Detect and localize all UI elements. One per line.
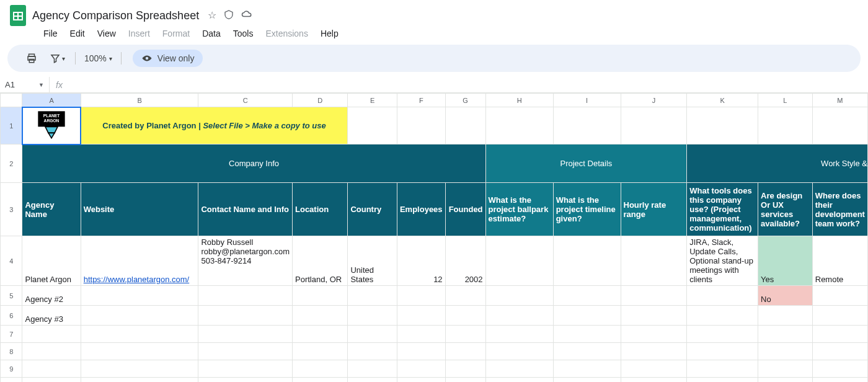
cell[interactable] bbox=[758, 378, 813, 383]
zoom-selector[interactable]: 100%▾ bbox=[82, 53, 115, 63]
cell[interactable] bbox=[553, 326, 621, 343]
cell[interactable] bbox=[758, 360, 813, 378]
cell[interactable]: Project Details bbox=[485, 144, 687, 183]
cell[interactable] bbox=[293, 306, 348, 326]
cell[interactable] bbox=[348, 286, 397, 306]
cell[interactable] bbox=[758, 343, 813, 360]
cell[interactable] bbox=[397, 306, 445, 326]
cell[interactable] bbox=[81, 326, 198, 343]
cell[interactable]: https://www.planetargon.com/ bbox=[81, 236, 198, 286]
cell[interactable] bbox=[348, 378, 397, 383]
cell[interactable] bbox=[445, 360, 485, 378]
cell[interactable] bbox=[553, 306, 621, 326]
menu-help[interactable]: Help bbox=[316, 27, 343, 40]
menu-data[interactable]: Data bbox=[197, 27, 226, 40]
cell[interactable] bbox=[687, 107, 758, 144]
cell[interactable] bbox=[687, 343, 758, 360]
cell[interactable]: Remote bbox=[812, 236, 867, 286]
spreadsheet-grid[interactable]: A B C D E F G H I J K L M 1 PLANET ARGON… bbox=[0, 93, 868, 382]
cell[interactable] bbox=[553, 360, 621, 378]
cell[interactable]: Website bbox=[81, 183, 198, 236]
cell[interactable] bbox=[198, 326, 293, 343]
cell[interactable]: Robby Russell robby@planetargon.com 503-… bbox=[198, 236, 293, 286]
cell[interactable] bbox=[485, 107, 553, 144]
cell[interactable]: Where does their development team work? bbox=[812, 183, 867, 236]
move-icon[interactable] bbox=[224, 9, 234, 22]
cell[interactable] bbox=[553, 286, 621, 306]
cell[interactable]: Yes bbox=[758, 236, 813, 286]
cell[interactable] bbox=[485, 286, 553, 306]
cell[interactable] bbox=[445, 326, 485, 343]
cell[interactable] bbox=[687, 286, 758, 306]
cell[interactable] bbox=[812, 378, 867, 383]
cell[interactable] bbox=[621, 343, 687, 360]
cell[interactable] bbox=[812, 343, 867, 360]
cell[interactable]: Company Info bbox=[22, 144, 485, 183]
menu-insert[interactable]: Insert bbox=[123, 27, 155, 40]
cell[interactable] bbox=[293, 286, 348, 306]
name-box[interactable]: A1▼ bbox=[0, 77, 50, 92]
cell[interactable] bbox=[397, 343, 445, 360]
cell[interactable] bbox=[397, 378, 445, 383]
cell[interactable] bbox=[621, 236, 687, 286]
col-header[interactable]: M bbox=[812, 94, 867, 107]
cell[interactable]: PLANET ARGON bbox=[22, 107, 81, 144]
cell[interactable]: Contact Name and Info bbox=[198, 183, 293, 236]
cell[interactable] bbox=[22, 360, 81, 378]
cell[interactable] bbox=[198, 343, 293, 360]
cell[interactable] bbox=[22, 326, 81, 343]
print-icon[interactable] bbox=[22, 50, 41, 66]
row-header[interactable]: 3 bbox=[1, 183, 22, 236]
cell[interactable] bbox=[485, 343, 553, 360]
cell[interactable] bbox=[348, 306, 397, 326]
cell[interactable] bbox=[348, 343, 397, 360]
cell[interactable] bbox=[485, 306, 553, 326]
row-header[interactable]: 1 bbox=[1, 107, 22, 144]
cell[interactable] bbox=[397, 107, 445, 144]
col-header[interactable]: A bbox=[22, 94, 81, 107]
cell[interactable] bbox=[198, 378, 293, 383]
menu-extensions[interactable]: Extensions bbox=[260, 27, 312, 40]
cell[interactable]: No bbox=[758, 286, 813, 306]
cell[interactable] bbox=[758, 326, 813, 343]
col-header[interactable]: J bbox=[621, 94, 687, 107]
doc-title[interactable]: Agency Comparison Spreadsheet bbox=[32, 9, 199, 22]
cell[interactable]: What tools does this company use? (Proje… bbox=[687, 183, 758, 236]
cell[interactable]: Agency #2 bbox=[22, 286, 81, 306]
cell[interactable]: What is the project ballpark estimate? bbox=[485, 183, 553, 236]
cell[interactable] bbox=[81, 360, 198, 378]
row-header[interactable]: 8 bbox=[1, 343, 22, 360]
cell[interactable] bbox=[553, 378, 621, 383]
cell[interactable]: Location bbox=[293, 183, 348, 236]
view-only-chip[interactable]: View only bbox=[133, 50, 203, 67]
cell[interactable]: Hourly rate range bbox=[621, 183, 687, 236]
cell[interactable] bbox=[758, 107, 813, 144]
menu-edit[interactable]: Edit bbox=[65, 27, 90, 40]
cell[interactable] bbox=[81, 343, 198, 360]
menu-file[interactable]: File bbox=[38, 27, 63, 40]
col-header[interactable]: G bbox=[445, 94, 485, 107]
cell[interactable] bbox=[397, 326, 445, 343]
cell[interactable] bbox=[397, 286, 445, 306]
cell[interactable] bbox=[81, 378, 198, 383]
col-header[interactable]: E bbox=[348, 94, 397, 107]
cell[interactable]: Portland, OR bbox=[293, 236, 348, 286]
cell[interactable] bbox=[621, 107, 687, 144]
cell[interactable]: Are design Or UX services available? bbox=[758, 183, 813, 236]
cell[interactable] bbox=[397, 360, 445, 378]
cell[interactable] bbox=[621, 286, 687, 306]
cell[interactable] bbox=[445, 286, 485, 306]
cell[interactable] bbox=[687, 326, 758, 343]
cell[interactable]: Work Style & bbox=[687, 144, 868, 183]
cell[interactable] bbox=[621, 326, 687, 343]
cell[interactable] bbox=[445, 107, 485, 144]
select-all-corner[interactable] bbox=[1, 94, 22, 107]
cell[interactable]: Agency #3 bbox=[22, 306, 81, 326]
row-header[interactable]: 4 bbox=[1, 236, 22, 286]
cell[interactable] bbox=[445, 343, 485, 360]
cell[interactable] bbox=[445, 378, 485, 383]
cell[interactable] bbox=[81, 306, 198, 326]
col-header[interactable]: L bbox=[758, 94, 813, 107]
cell[interactable] bbox=[553, 107, 621, 144]
cell[interactable] bbox=[293, 326, 348, 343]
